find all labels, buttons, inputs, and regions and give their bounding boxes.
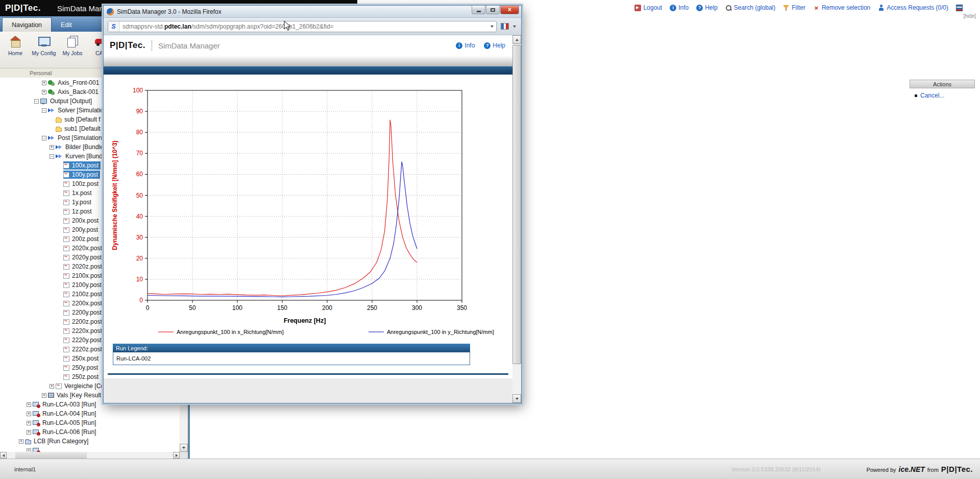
scroll-up-button[interactable] xyxy=(512,35,521,44)
tree-item-label[interactable]: Vals [Key Result xyxy=(55,391,103,399)
tree-item-label[interactable]: 250x.post xyxy=(70,354,101,363)
expand-icon[interactable]: + xyxy=(42,81,46,85)
tree-item-label[interactable]: 2100x.post xyxy=(70,272,104,280)
expand-icon[interactable]: + xyxy=(42,393,46,398)
tree-item-label[interactable]: 1y.post xyxy=(70,198,93,206)
remove-selection-link[interactable]: × Remove selection xyxy=(813,4,870,11)
collapse-icon[interactable]: - xyxy=(42,136,46,140)
tree-item-label[interactable]: 200y.post xyxy=(70,226,100,234)
browser-addon-icon[interactable] xyxy=(501,23,509,30)
close-button[interactable]: × xyxy=(500,6,519,14)
curve-icon xyxy=(63,292,69,297)
tree-item-label[interactable]: Bilder [Bundle xyxy=(64,143,106,151)
tree-item-label[interactable]: 200z.post xyxy=(70,235,101,243)
tree-item-label[interactable]: 2200z.post xyxy=(70,318,104,326)
tree-item-label[interactable]: Axis_Back-001 xyxy=(56,88,101,96)
tree-item-label[interactable]: Run-LCA-004 [Run] xyxy=(41,410,98,418)
tree-item-label[interactable]: Solver [Simulation xyxy=(56,106,109,114)
url-input[interactable]: S sdmappsrv-std.pdtec.lan/sdm/sdm/popgra… xyxy=(108,21,497,32)
tree-item-label[interactable]: 100x.post xyxy=(70,161,101,170)
addon-dropdown-icon[interactable] xyxy=(513,26,516,28)
expand-icon[interactable]: + xyxy=(42,90,46,94)
popup-help-link[interactable]: ? Help xyxy=(484,42,505,49)
expand-icon[interactable]: + xyxy=(27,421,31,425)
collapse-icon[interactable]: - xyxy=(42,108,46,113)
scroll-right-button[interactable] xyxy=(173,452,180,459)
tree-item-label[interactable]: 2020y.post xyxy=(70,253,104,261)
tree-item-label[interactable]: 1z.post xyxy=(70,207,94,215)
tree-item-label[interactable]: LCB [Run Category] xyxy=(32,437,90,445)
tree-item[interactable]: +Run-LCA-004 [Run] xyxy=(0,409,180,418)
scroll-down-button[interactable] xyxy=(180,444,188,452)
logout-link[interactable]: Logout xyxy=(634,4,662,11)
tree-item[interactable]: +Run-LCA-005 [Run] xyxy=(0,418,180,427)
tree-item-label[interactable]: 100y.post xyxy=(70,171,100,179)
mouse-cursor xyxy=(284,20,292,32)
info-link[interactable]: i Info xyxy=(670,4,689,11)
tree-item-label[interactable]: 250z.post xyxy=(70,373,101,381)
tree-item-label[interactable]: Post [Simulation xyxy=(56,134,104,142)
expand-icon[interactable]: + xyxy=(19,439,23,444)
scroll-down-button[interactable] xyxy=(512,394,521,403)
my-config-button[interactable]: My Config xyxy=(32,34,56,56)
tree-item-label[interactable]: Run-LCA-003 [Run] xyxy=(41,400,98,409)
tree-item-label[interactable]: 2100y.post xyxy=(70,281,104,289)
expand-icon[interactable]: + xyxy=(50,145,54,150)
tree-item-label[interactable]: 2220z.post xyxy=(70,345,104,353)
tree-item-label[interactable]: 2220y.post xyxy=(70,336,104,344)
tree-item-label[interactable]: 2100z.post xyxy=(70,290,104,298)
tree-item-label[interactable] xyxy=(41,450,44,451)
tree-item-label[interactable]: Kurven [Bundl xyxy=(64,152,106,160)
tree-item-label[interactable]: 2200x.post xyxy=(70,299,104,307)
tree-horizontal-scrollbar[interactable] xyxy=(0,452,180,459)
tree-item[interactable]: + xyxy=(0,446,180,452)
tree-item-label[interactable]: 2020x.post xyxy=(70,244,104,252)
apps-icon[interactable] xyxy=(956,5,963,11)
tree-item-label[interactable]: sub [Default f xyxy=(63,115,103,124)
help-link[interactable]: ? Help xyxy=(696,4,718,11)
my-jobs-button[interactable]: My Jobs xyxy=(60,34,85,56)
expand-icon[interactable]: + xyxy=(27,448,31,452)
collapse-icon[interactable]: - xyxy=(34,99,39,104)
popup-scrollbar[interactable] xyxy=(512,35,521,403)
tree-item-label[interactable]: 2020z.post xyxy=(70,262,104,271)
cancel-action[interactable]: Cancel... xyxy=(915,92,975,99)
expand-icon[interactable]: + xyxy=(27,402,31,407)
tree-item-label[interactable]: Run-LCA-006 [Run] xyxy=(41,428,98,436)
scrollbar-thumb[interactable] xyxy=(15,452,87,459)
collapse-icon[interactable]: - xyxy=(50,154,54,159)
search-global-link[interactable]: Search (global) xyxy=(725,4,775,11)
tab-edit[interactable]: Edit xyxy=(52,18,81,32)
tree-item-label[interactable]: 2220x.post xyxy=(70,327,104,335)
tree-item-label[interactable]: sub1 [Default xyxy=(63,125,103,133)
tree-item-label[interactable]: Axis_Front-001 xyxy=(56,79,101,87)
tree-item-label[interactable]: Run-LCA-005 [Run] xyxy=(41,419,98,427)
tree-item-label[interactable]: 2200y.post xyxy=(70,308,104,317)
tab-navigation[interactable]: Navigation xyxy=(2,17,52,32)
scroll-left-button[interactable] xyxy=(0,452,7,459)
tree-item-label[interactable]: 100z.post xyxy=(70,180,101,188)
tree-item[interactable]: +LCB [Run Category] xyxy=(0,437,180,446)
curve-icon xyxy=(56,384,62,389)
expand-icon[interactable]: + xyxy=(27,430,31,435)
minimize-button[interactable] xyxy=(472,6,485,14)
url-path: /sdm/sdm/popgraph.aspx?oid=2606b1_2606b2… xyxy=(191,23,334,30)
popup-titlebar[interactable]: SimData Manager 3.0 - Mozilla Firefox × xyxy=(104,6,521,18)
popup-info-link[interactable]: i Info xyxy=(456,42,475,49)
tree-item-label[interactable]: 1x.post xyxy=(70,189,94,197)
tree-item-label[interactable]: 200x.post xyxy=(70,217,101,225)
tree-item-label[interactable]: Output [Output] xyxy=(48,97,94,105)
expand-icon[interactable]: + xyxy=(27,412,31,416)
home-button[interactable]: Home xyxy=(3,34,28,56)
tree-item[interactable]: +Run-LCA-006 [Run] xyxy=(0,427,180,437)
filter-link[interactable]: Filter xyxy=(783,4,805,11)
hide-link[interactable]: [hide] xyxy=(964,13,976,19)
scrollbar-thumb[interactable] xyxy=(512,45,521,364)
tree-item-label[interactable]: 250y.post xyxy=(70,364,100,372)
url-dropdown-icon[interactable] xyxy=(488,26,496,28)
expand-icon[interactable]: + xyxy=(50,384,54,389)
curve-icon xyxy=(63,190,69,196)
maximize-button[interactable] xyxy=(486,6,500,14)
indent-spacer xyxy=(57,237,62,242)
access-requests-link[interactable]: Access Requests (0/0) xyxy=(878,4,948,11)
